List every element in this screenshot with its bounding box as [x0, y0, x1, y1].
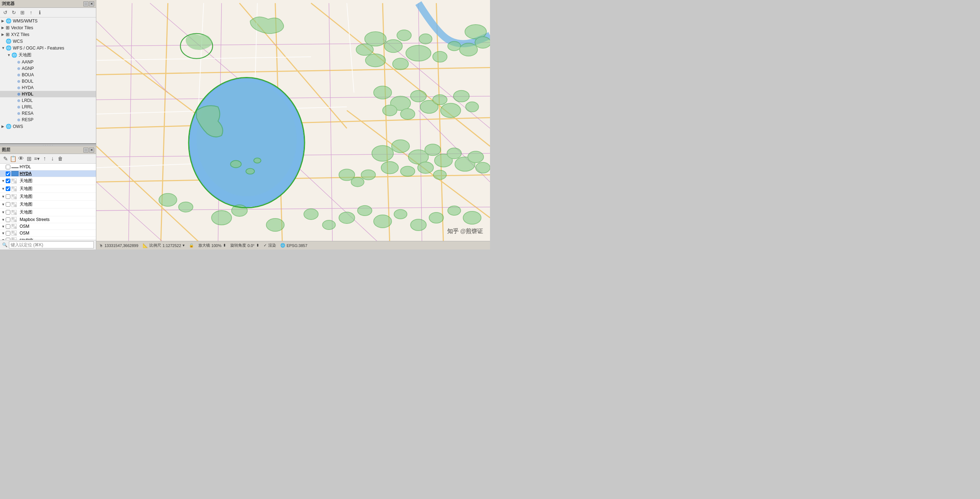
move-down-icon[interactable]: ↓ [49, 155, 56, 162]
tree-item-hydl[interactable]: ⊕ HYDL [0, 91, 96, 97]
layer-expand-mapbox: ▼ [2, 218, 6, 222]
xyz-icon: ⊞ [6, 32, 10, 37]
resp-label: RESP [22, 117, 33, 122]
layer-checkbox-td1[interactable] [6, 179, 10, 183]
info-icon[interactable]: ℹ [36, 9, 43, 16]
svg-point-80 [304, 209, 318, 219]
svg-point-38 [397, 30, 411, 41]
svg-point-39 [406, 45, 431, 61]
tree-item-resa[interactable]: ⊕ RESA [0, 110, 96, 116]
layer-checkbox-hyda[interactable] [6, 172, 10, 176]
visibility-icon[interactable]: 👁 [18, 155, 25, 162]
layer-symbol-hyda [11, 171, 19, 176]
tree-item-ows[interactable]: ▶ 🌐 OWS [0, 123, 96, 130]
rotation-stepper[interactable]: ⬍ [256, 243, 259, 248]
tree-item-vector-tiles[interactable]: ▶ ⊞ Vector Tiles [0, 24, 96, 31]
forward-icon[interactable]: ↻ [10, 9, 18, 16]
filter-layer-icon[interactable]: ⊞ [25, 155, 32, 162]
layers-panel: 图层 □ ✕ ✎ 📋 👁 ⊞ ≡▾ ↑ ↓ 🗑 [0, 146, 96, 249]
layer-item-hyda[interactable]: HYDA [0, 170, 96, 177]
layer-checkbox-td3[interactable] [6, 194, 10, 199]
svg-point-86 [410, 219, 426, 230]
svg-point-76 [179, 202, 193, 212]
tree-item-agnp[interactable]: ⊕ AGNP [0, 65, 96, 72]
tree-item-wfs[interactable]: ▼ 🌐 WFS / OGC API - Features [0, 44, 96, 51]
svg-point-36 [365, 32, 386, 46]
tree-arrow-wfs: ▼ [2, 46, 6, 50]
browser-minimize-btn[interactable]: □ [83, 2, 88, 6]
properties-icon[interactable]: ≡▾ [33, 155, 40, 162]
render-item[interactable]: ✓ 渲染 [264, 243, 276, 248]
layer-checkbox-hydl[interactable] [6, 165, 10, 169]
svg-point-92 [361, 170, 375, 180]
delete-layer-icon[interactable]: 🗑 [57, 155, 64, 162]
agnp-icon: ⊕ [17, 66, 20, 71]
layer-item-tianditu4[interactable]: ▼ 天地图 [0, 201, 96, 208]
scale-dropdown[interactable]: ▾ [183, 243, 185, 248]
layer-item-tianditu3[interactable]: ▼ 天地图 [0, 193, 96, 201]
epsg-item[interactable]: 🌐 EPSG:3857 [280, 243, 307, 248]
zoom-item[interactable]: 放大镜 100% ⬍ [198, 243, 226, 248]
layers-minimize-btn[interactable]: □ [83, 148, 88, 153]
tree-item-lrdl[interactable]: ⊕ LRDL [0, 97, 96, 104]
layer-item-tianditu5[interactable]: ▼ 天地图 [0, 208, 96, 216]
rotation-item[interactable]: 旋转角度 0.0° ⬍ [231, 243, 259, 248]
search-input[interactable] [9, 241, 94, 248]
layer-item-hydl[interactable]: HYDL [0, 164, 96, 170]
svg-point-71 [476, 162, 490, 173]
layer-checkbox-td2[interactable] [6, 186, 10, 191]
browser-tree: ▶ 🌐 WMS/WMTS ▶ ⊞ Vector Tiles ▶ ⊞ XYZ Ti… [0, 17, 96, 143]
tree-item-lrrl[interactable]: ⊕ LRRL [0, 104, 96, 110]
layer-name-td3: 天地图 [20, 194, 32, 200]
layer-expand-td4: ▼ [2, 202, 6, 207]
map-area[interactable]: 知乎 @煎饼证 🖱 13331547,3662899 📐 比例尺 1:12725… [96, 0, 490, 249]
svg-point-45 [448, 41, 461, 51]
layer-item-tianditu2[interactable]: ▼ 天地图 [0, 185, 96, 193]
layers-close-btn[interactable]: ✕ [89, 148, 94, 153]
edit-layer-icon[interactable]: ✎ [2, 155, 9, 162]
refresh-icon[interactable]: ↺ [2, 9, 9, 16]
layer-checkbox-td4[interactable] [6, 202, 10, 207]
browser-panel: 浏览器 □ ✕ ↺ ↻ ⊞ ↑ ℹ ▶ 🌐 [0, 0, 96, 144]
browser-close-btn[interactable]: ✕ [89, 2, 94, 6]
tree-item-aanp[interactable]: ⊕ AANP [0, 59, 96, 65]
layer-item-osm2[interactable]: ▼ OSM [0, 230, 96, 237]
boua-icon: ⊕ [17, 73, 20, 77]
scale-item[interactable]: 📐 比例尺 1:1272522 ▾ [143, 243, 185, 248]
layer-checkbox-td5[interactable] [6, 210, 10, 215]
filter-icon[interactable]: ⊞ [19, 9, 26, 16]
vector-label: Vector Tiles [11, 25, 33, 30]
tree-item-tianditu[interactable]: ▼ 🌐 天地图 [0, 51, 96, 59]
aanp-label: AANP [22, 60, 33, 65]
epsg-icon: 🌐 [280, 243, 285, 248]
tree-arrow-xyz: ▶ [2, 32, 6, 37]
add-layer-icon[interactable]: 📋 [10, 155, 17, 162]
layer-checkbox-osm2[interactable] [6, 231, 10, 235]
tree-arrow-wms: ▶ [2, 19, 6, 23]
move-up-icon[interactable]: ↑ [41, 155, 48, 162]
tree-item-boul[interactable]: ⊕ BOUL [0, 78, 96, 84]
layer-item-tianditu1[interactable]: ▼ 天地图 [0, 177, 96, 185]
svg-point-40 [366, 54, 385, 67]
tree-item-wcs[interactable]: 🌐 WCS [0, 38, 96, 44]
tree-item-wms[interactable]: ▶ 🌐 WMS/WMTS [0, 17, 96, 24]
render-checkbox[interactable]: ✓ [264, 243, 267, 248]
zoom-stepper[interactable]: ⬍ [223, 243, 226, 248]
browser-titlebar: 浏览器 □ ✕ [0, 0, 96, 8]
layer-item-sputnik1[interactable]: ▼ sputnik [0, 237, 96, 240]
svg-point-82 [339, 212, 355, 224]
tree-item-boua[interactable]: ⊕ BOUA [0, 72, 96, 78]
layer-item-osm1[interactable]: ▼ OSM [0, 223, 96, 230]
layer-checkbox-osm1[interactable] [6, 224, 10, 229]
tree-item-hyda[interactable]: ⊕ HYDA [0, 84, 96, 91]
up-icon[interactable]: ↑ [27, 9, 35, 16]
tree-item-xyz[interactable]: ▶ ⊞ XYZ Tiles [0, 31, 96, 38]
layer-expand-td3: ▼ [2, 195, 6, 199]
svg-point-68 [433, 170, 446, 179]
svg-point-85 [394, 210, 407, 219]
browser-titlebar-buttons: □ ✕ [83, 2, 94, 6]
layer-item-mapbox[interactable]: ▼ Mapbox Streets [0, 216, 96, 223]
layer-checkbox-mapbox[interactable] [6, 218, 10, 222]
zoom-label: 放大镜 [198, 243, 210, 248]
tree-item-resp[interactable]: ⊕ RESP [0, 116, 96, 123]
